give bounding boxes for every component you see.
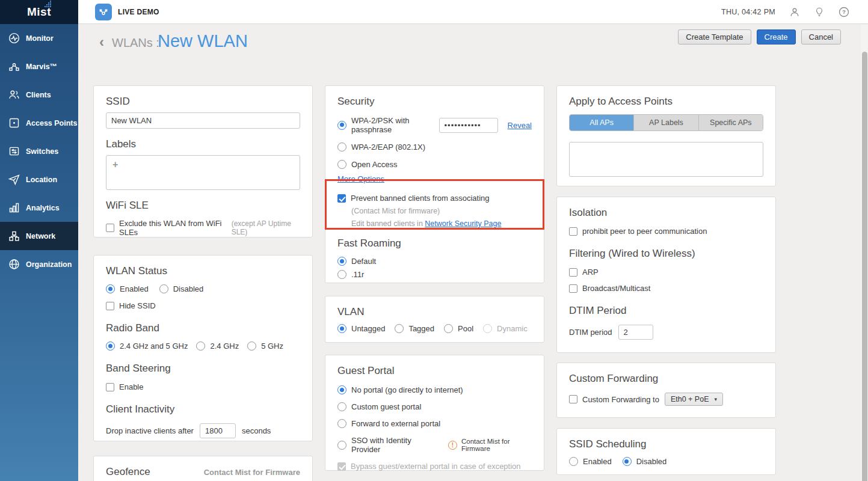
sidebar-item-clients[interactable]: Clients	[0, 81, 78, 109]
scrollbar-thumb[interactable]	[862, 52, 867, 481]
dtim-input[interactable]	[618, 325, 653, 340]
sidebar-item-label: Access Points	[26, 119, 77, 127]
vlan-panel: VLAN Untagged Tagged Pool Dynamic	[325, 296, 544, 343]
organization-icon	[8, 258, 20, 271]
sidebar-item-label: Location	[26, 176, 57, 184]
radio-band-title: Radio Band	[106, 322, 300, 334]
passphrase-input[interactable]	[439, 118, 498, 133]
fast-roaming-default-radio[interactable]	[337, 257, 346, 266]
sidebar-item-label: Clients	[26, 91, 51, 99]
band-steering-label: Enable	[119, 382, 143, 391]
sso-radio[interactable]	[337, 441, 346, 450]
arp-label: ARP	[582, 268, 599, 277]
warning-icon: !	[448, 441, 457, 450]
prevent-banned-checkbox[interactable]	[337, 194, 346, 203]
band-steering-checkbox[interactable]	[106, 383, 114, 391]
labels-box[interactable]: +	[106, 155, 300, 190]
more-options-link[interactable]: More Options	[337, 174, 384, 183]
labels-title: Labels	[106, 138, 300, 150]
sidebar-item-organization[interactable]: Organization	[0, 250, 78, 278]
sidebar-item-location[interactable]: Location	[0, 165, 78, 194]
wpa2psk-radio[interactable]	[337, 121, 346, 130]
sidebar-item-switches[interactable]: Switches	[0, 137, 78, 165]
sidebar-item-label: Organization	[26, 260, 72, 269]
mist-logo-dots-icon	[43, 1, 52, 9]
tab-specific-aps[interactable]: Specific APs	[698, 115, 763, 130]
prohibit-p2p-checkbox[interactable]	[569, 227, 577, 236]
mist-new-wlan-page: Mist Monitor Marvis™ Clients Access Poin…	[0, 0, 868, 481]
back-button[interactable]: ‹	[99, 35, 104, 49]
create-button[interactable]: Create	[757, 29, 796, 44]
arp-checkbox[interactable]	[569, 268, 577, 277]
open-access-label: Open Access	[351, 160, 398, 169]
fast-roaming-title: Fast Roaming	[337, 237, 532, 250]
forwarding-select[interactable]: Eth0 + PoE ▾	[665, 393, 723, 406]
vlan-pool-radio[interactable]	[444, 324, 453, 333]
drop-clients-input[interactable]	[200, 423, 236, 438]
scrollbar-track[interactable]	[861, 25, 868, 481]
ssid-title: SSID	[106, 96, 300, 108]
clients-icon	[8, 88, 20, 101]
ap-selector-tabs: All APs AP Labels Specific APs	[569, 114, 763, 131]
breadcrumb[interactable]: WLANs :	[112, 36, 159, 50]
sidebar-item-network[interactable]: Network	[0, 222, 78, 250]
isolation-panel: Isolation prohibit peer to peer communic…	[556, 197, 776, 353]
tab-all-aps[interactable]: All APs	[570, 115, 633, 130]
cancel-button[interactable]: Cancel	[801, 29, 841, 44]
dtim-title: DTIM Period	[569, 305, 763, 317]
no-portal-radio[interactable]	[337, 385, 346, 394]
band-5-radio[interactable]	[247, 342, 256, 351]
scheduling-enabled-radio[interactable]	[569, 457, 578, 466]
user-icon[interactable]	[789, 6, 801, 18]
band-24-radio[interactable]	[196, 342, 205, 351]
scheduling-disabled-radio[interactable]	[623, 457, 632, 466]
vlan-untagged-radio[interactable]	[337, 324, 346, 333]
custom-forwarding-label: Custom Forwarding to	[582, 395, 659, 404]
tab-ap-labels[interactable]: AP Labels	[633, 115, 698, 130]
wpa2eap-radio[interactable]	[337, 142, 346, 152]
sidebar: Mist Monitor Marvis™ Clients Access Poin…	[0, 0, 78, 481]
filtering-title: Filtering (Wired to Wireless)	[569, 248, 763, 260]
network-security-page-link[interactable]: Network Security Page	[425, 219, 501, 228]
open-access-radio[interactable]	[337, 160, 346, 169]
sidebar-item-access-points[interactable]: Access Points	[0, 109, 78, 137]
exclude-sle-checkbox[interactable]	[106, 224, 114, 232]
broadcast-checkbox[interactable]	[569, 284, 577, 293]
bulb-icon[interactable]	[814, 6, 825, 18]
exclude-sle-note: (except AP Uptime SLE)	[232, 219, 300, 236]
reveal-link[interactable]: Reveal	[508, 121, 532, 130]
vlan-untagged-label: Untagged	[351, 324, 385, 333]
sidebar-item-monitor[interactable]: Monitor	[0, 24, 78, 52]
vlan-tagged-radio[interactable]	[395, 324, 404, 333]
add-label-icon[interactable]: +	[112, 159, 118, 170]
ap-list-box[interactable]	[569, 142, 763, 177]
forward-portal-radio[interactable]	[337, 419, 346, 428]
status-enabled-label: Enabled	[120, 284, 149, 293]
sidebar-item-analytics[interactable]: Analytics	[0, 194, 78, 222]
analytics-icon	[8, 201, 20, 214]
sidebar-item-label: Marvis™	[26, 63, 57, 71]
help-icon[interactable]: ?	[838, 6, 850, 18]
wifi-sle-title: WiFi SLE	[106, 200, 300, 212]
status-disabled-radio[interactable]	[159, 284, 168, 293]
exclude-sle-label: Exclude this WLAN from WiFi SLEs	[119, 219, 229, 237]
action-buttons: Create Template Create Cancel	[678, 29, 841, 44]
band-both-radio[interactable]	[106, 342, 115, 351]
security-panel: Security WPA-2/PSK with passphrase Revea…	[325, 85, 544, 283]
org-switcher[interactable]: LIVE DEMO	[95, 4, 159, 20]
status-enabled-radio[interactable]	[106, 284, 115, 293]
ssid-input[interactable]	[106, 112, 300, 129]
sidebar-item-marvis[interactable]: Marvis™	[0, 52, 78, 81]
custom-portal-radio[interactable]	[337, 402, 346, 411]
create-template-button[interactable]: Create Template	[678, 29, 751, 44]
prevent-banned-label: Prevent banned clients from associating	[351, 194, 490, 203]
mist-logo[interactable]: Mist	[0, 0, 78, 24]
custom-forwarding-checkbox[interactable]	[569, 395, 577, 403]
hide-ssid-label: Hide SSID	[119, 301, 156, 310]
page-title: New WLAN	[158, 31, 248, 51]
fast-roaming-11r-radio[interactable]	[337, 270, 346, 279]
hide-ssid-checkbox[interactable]	[106, 302, 114, 310]
sidebar-item-label: Monitor	[26, 34, 54, 43]
org-label: LIVE DEMO	[118, 8, 159, 16]
prohibit-p2p-label: prohibit peer to peer communication	[582, 227, 707, 236]
